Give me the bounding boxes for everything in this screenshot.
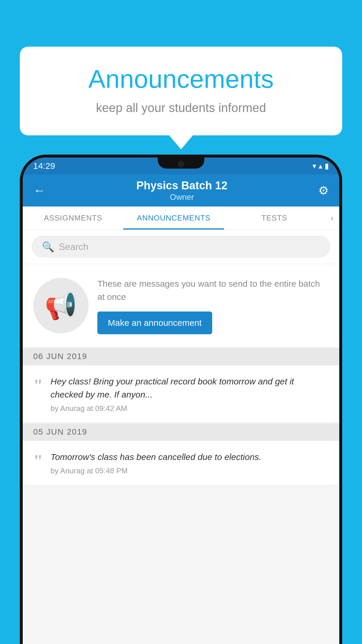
bubble-subtitle: keep all your students informed <box>43 101 319 115</box>
megaphone-icon: 📢 <box>45 290 77 321</box>
phone-screen: 14:29 ▾ ▴ ▮ ← Physics Batch 12 Owner ⚙ <box>23 158 339 644</box>
header-subtitle: Owner <box>136 192 228 202</box>
tab-tests[interactable]: TESTS <box>224 206 325 230</box>
speech-bubble-container: Announcements keep all your students inf… <box>20 47 342 135</box>
phone-inner: 14:29 ▾ ▴ ▮ ← Physics Batch 12 Owner ⚙ <box>23 158 339 644</box>
announcement-text-2: Tomorrow's class has been cancelled due … <box>50 450 329 463</box>
date-separator-1: 06 JUN 2019 <box>23 348 339 365</box>
battery-icon: ▮ <box>325 162 329 171</box>
header-title: Physics Batch 12 <box>136 179 228 192</box>
status-icons: ▾ ▴ ▮ <box>312 162 329 171</box>
notch <box>158 158 204 169</box>
search-placeholder: Search <box>59 242 88 252</box>
wifi-icon: ▾ <box>312 162 316 171</box>
status-time: 14:29 <box>33 161 55 171</box>
search-inner[interactable]: 🔍 Search <box>31 236 331 258</box>
settings-button[interactable]: ⚙ <box>318 184 329 197</box>
quote-icon-2: " <box>33 452 43 470</box>
empty-state-description: These are messages you want to send to t… <box>97 277 329 303</box>
search-icon: 🔍 <box>42 241 54 253</box>
empty-state: 📢 These are messages you want to send to… <box>23 264 339 347</box>
search-bar: 🔍 Search <box>23 230 339 264</box>
front-camera <box>178 161 184 167</box>
date-separator-2: 05 JUN 2019 <box>23 423 339 441</box>
announcement-text-1: Hey class! Bring your practical record b… <box>50 375 329 401</box>
make-announcement-button[interactable]: Make an announcement <box>97 312 212 334</box>
bubble-title: Announcements <box>43 64 319 94</box>
announcement-item-2[interactable]: " Tomorrow's class has been cancelled du… <box>23 441 339 485</box>
tabs-bar: ASSIGNMENTS ANNOUNCEMENTS TESTS › <box>23 206 339 230</box>
announcement-content-1: Hey class! Bring your practical record b… <box>50 375 329 413</box>
tab-assignments[interactable]: ASSIGNMENTS <box>23 206 123 230</box>
app-header: ← Physics Batch 12 Owner ⚙ <box>23 174 339 206</box>
header-title-group: Physics Batch 12 Owner <box>136 179 228 202</box>
announcement-meta-2: by Anurag at 05:48 PM <box>50 466 329 475</box>
speech-bubble: Announcements keep all your students inf… <box>20 47 342 135</box>
tab-more[interactable]: › <box>325 206 339 230</box>
megaphone-circle: 📢 <box>33 278 89 333</box>
tab-announcements[interactable]: ANNOUNCEMENTS <box>123 206 224 230</box>
back-button[interactable]: ← <box>33 183 45 197</box>
signal-icon: ▴ <box>319 162 322 171</box>
empty-state-right: These are messages you want to send to t… <box>97 277 329 334</box>
phone-frame: 14:29 ▾ ▴ ▮ ← Physics Batch 12 Owner ⚙ <box>20 155 342 644</box>
screen-content: 🔍 Search 📢 These are messages you want t… <box>23 230 339 644</box>
announcement-item-1[interactable]: " Hey class! Bring your practical record… <box>23 365 339 423</box>
announcement-meta-1: by Anurag at 09:42 AM <box>50 404 329 413</box>
announcement-content-2: Tomorrow's class has been cancelled due … <box>50 450 329 475</box>
quote-icon-1: " <box>33 377 43 394</box>
